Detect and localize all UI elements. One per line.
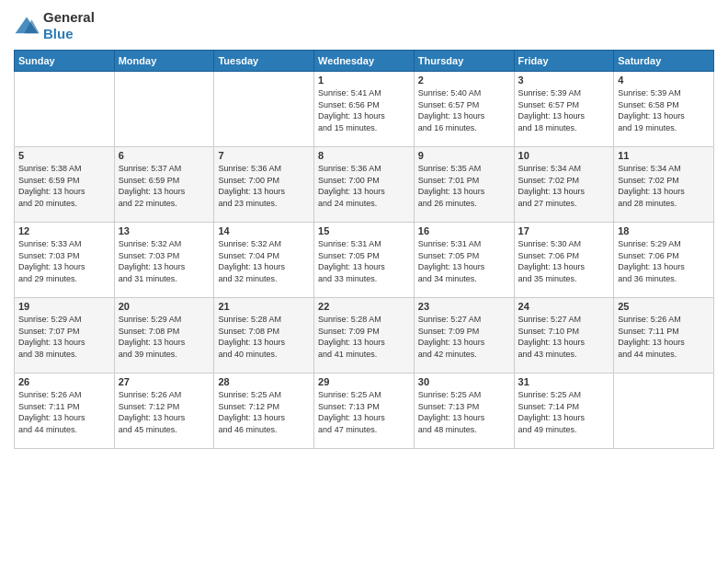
day-info: Sunrise: 5:28 AM Sunset: 7:09 PM Dayligh…	[318, 314, 410, 360]
col-monday: Monday	[114, 51, 214, 72]
calendar-cell: 21Sunrise: 5:28 AM Sunset: 7:08 PM Dayli…	[214, 298, 314, 373]
day-number: 11	[618, 150, 710, 161]
col-tuesday: Tuesday	[214, 51, 314, 72]
calendar-cell: 29Sunrise: 5:25 AM Sunset: 7:13 PM Dayli…	[314, 373, 415, 449]
day-number: 28	[218, 376, 310, 387]
calendar-cell: 20Sunrise: 5:29 AM Sunset: 7:08 PM Dayli…	[114, 298, 214, 373]
day-info: Sunrise: 5:39 AM Sunset: 6:58 PM Dayligh…	[618, 87, 710, 133]
day-number: 17	[518, 225, 610, 236]
calendar-cell: 23Sunrise: 5:27 AM Sunset: 7:09 PM Dayli…	[414, 298, 514, 373]
day-number: 29	[318, 376, 410, 387]
calendar-cell	[614, 373, 714, 449]
calendar-cell: 2Sunrise: 5:40 AM Sunset: 6:57 PM Daylig…	[414, 72, 514, 147]
day-number: 12	[18, 225, 110, 236]
day-number: 19	[18, 301, 110, 312]
day-info: Sunrise: 5:32 AM Sunset: 7:03 PM Dayligh…	[119, 238, 210, 284]
calendar-cell: 4Sunrise: 5:39 AM Sunset: 6:58 PM Daylig…	[614, 72, 714, 147]
day-info: Sunrise: 5:27 AM Sunset: 7:10 PM Dayligh…	[518, 314, 610, 360]
day-number: 26	[18, 376, 110, 387]
col-friday: Friday	[514, 51, 614, 72]
day-number: 31	[518, 376, 610, 387]
day-info: Sunrise: 5:29 AM Sunset: 7:07 PM Dayligh…	[18, 314, 110, 360]
calendar-cell: 7Sunrise: 5:36 AM Sunset: 7:00 PM Daylig…	[214, 147, 314, 223]
calendar-cell: 30Sunrise: 5:25 AM Sunset: 7:13 PM Dayli…	[414, 373, 514, 449]
day-number: 1	[318, 75, 410, 86]
header: General Blue	[14, 9, 714, 42]
day-number: 9	[418, 150, 510, 161]
day-info: Sunrise: 5:28 AM Sunset: 7:08 PM Dayligh…	[218, 314, 310, 360]
day-info: Sunrise: 5:27 AM Sunset: 7:09 PM Dayligh…	[418, 314, 510, 360]
calendar-cell: 27Sunrise: 5:26 AM Sunset: 7:12 PM Dayli…	[114, 373, 214, 449]
calendar-week-3: 12Sunrise: 5:33 AM Sunset: 7:03 PM Dayli…	[15, 223, 714, 298]
day-info: Sunrise: 5:25 AM Sunset: 7:13 PM Dayligh…	[318, 389, 410, 435]
calendar-cell	[214, 72, 314, 147]
day-info: Sunrise: 5:25 AM Sunset: 7:12 PM Dayligh…	[218, 389, 310, 435]
calendar-cell: 3Sunrise: 5:39 AM Sunset: 6:57 PM Daylig…	[514, 72, 614, 147]
calendar-week-5: 26Sunrise: 5:26 AM Sunset: 7:11 PM Dayli…	[15, 373, 714, 449]
day-info: Sunrise: 5:25 AM Sunset: 7:14 PM Dayligh…	[518, 389, 610, 435]
day-number: 30	[418, 376, 510, 387]
calendar-cell: 18Sunrise: 5:29 AM Sunset: 7:06 PM Dayli…	[614, 223, 714, 298]
calendar-cell: 16Sunrise: 5:31 AM Sunset: 7:05 PM Dayli…	[414, 223, 514, 298]
calendar-week-4: 19Sunrise: 5:29 AM Sunset: 7:07 PM Dayli…	[15, 298, 714, 373]
day-number: 3	[518, 75, 610, 86]
day-info: Sunrise: 5:26 AM Sunset: 7:11 PM Dayligh…	[618, 314, 710, 360]
day-number: 16	[418, 225, 510, 236]
col-sunday: Sunday	[15, 51, 115, 72]
calendar-cell: 31Sunrise: 5:25 AM Sunset: 7:14 PM Dayli…	[514, 373, 614, 449]
day-number: 22	[318, 301, 410, 312]
calendar-cell: 8Sunrise: 5:36 AM Sunset: 7:00 PM Daylig…	[314, 147, 415, 223]
day-number: 4	[618, 75, 710, 86]
calendar-cell: 22Sunrise: 5:28 AM Sunset: 7:09 PM Dayli…	[314, 298, 415, 373]
day-number: 13	[119, 225, 210, 236]
calendar-cell: 11Sunrise: 5:34 AM Sunset: 7:02 PM Dayli…	[614, 147, 714, 223]
calendar-cell: 13Sunrise: 5:32 AM Sunset: 7:03 PM Dayli…	[114, 223, 214, 298]
day-number: 5	[18, 150, 110, 161]
calendar-cell: 15Sunrise: 5:31 AM Sunset: 7:05 PM Dayli…	[314, 223, 415, 298]
day-info: Sunrise: 5:38 AM Sunset: 6:59 PM Dayligh…	[18, 163, 110, 209]
day-info: Sunrise: 5:36 AM Sunset: 7:00 PM Dayligh…	[218, 163, 310, 209]
logo-icon	[14, 16, 40, 36]
calendar-cell: 12Sunrise: 5:33 AM Sunset: 7:03 PM Dayli…	[15, 223, 115, 298]
calendar-cell	[114, 72, 214, 147]
col-saturday: Saturday	[614, 51, 714, 72]
col-thursday: Thursday	[414, 51, 514, 72]
calendar-cell: 1Sunrise: 5:41 AM Sunset: 6:56 PM Daylig…	[314, 72, 415, 147]
day-number: 27	[119, 376, 210, 387]
day-info: Sunrise: 5:26 AM Sunset: 7:11 PM Dayligh…	[18, 389, 110, 435]
day-info: Sunrise: 5:30 AM Sunset: 7:06 PM Dayligh…	[518, 238, 610, 284]
day-number: 6	[119, 150, 210, 161]
day-info: Sunrise: 5:37 AM Sunset: 6:59 PM Dayligh…	[119, 163, 210, 209]
day-number: 25	[618, 301, 710, 312]
calendar-cell: 17Sunrise: 5:30 AM Sunset: 7:06 PM Dayli…	[514, 223, 614, 298]
day-info: Sunrise: 5:39 AM Sunset: 6:57 PM Dayligh…	[518, 87, 610, 133]
day-info: Sunrise: 5:29 AM Sunset: 7:08 PM Dayligh…	[119, 314, 210, 360]
logo: General Blue	[14, 9, 95, 42]
day-info: Sunrise: 5:35 AM Sunset: 7:01 PM Dayligh…	[418, 163, 510, 209]
day-info: Sunrise: 5:25 AM Sunset: 7:13 PM Dayligh…	[418, 389, 510, 435]
day-info: Sunrise: 5:36 AM Sunset: 7:00 PM Dayligh…	[318, 163, 410, 209]
calendar-cell	[15, 72, 115, 147]
logo-blue: Blue	[43, 26, 74, 41]
calendar-cell: 10Sunrise: 5:34 AM Sunset: 7:02 PM Dayli…	[514, 147, 614, 223]
day-info: Sunrise: 5:41 AM Sunset: 6:56 PM Dayligh…	[318, 87, 410, 133]
day-info: Sunrise: 5:34 AM Sunset: 7:02 PM Dayligh…	[518, 163, 610, 209]
day-number: 10	[518, 150, 610, 161]
calendar-cell: 26Sunrise: 5:26 AM Sunset: 7:11 PM Dayli…	[15, 373, 115, 449]
day-number: 14	[218, 225, 310, 236]
day-number: 8	[318, 150, 410, 161]
calendar-week-1: 1Sunrise: 5:41 AM Sunset: 6:56 PM Daylig…	[15, 72, 714, 147]
day-number: 24	[518, 301, 610, 312]
day-number: 2	[418, 75, 510, 86]
calendar-week-2: 5Sunrise: 5:38 AM Sunset: 6:59 PM Daylig…	[15, 147, 714, 223]
calendar-cell: 5Sunrise: 5:38 AM Sunset: 6:59 PM Daylig…	[15, 147, 115, 223]
day-number: 18	[618, 225, 710, 236]
calendar-table: Sunday Monday Tuesday Wednesday Thursday…	[14, 50, 714, 449]
day-info: Sunrise: 5:31 AM Sunset: 7:05 PM Dayligh…	[418, 238, 510, 284]
calendar-cell: 25Sunrise: 5:26 AM Sunset: 7:11 PM Dayli…	[614, 298, 714, 373]
day-info: Sunrise: 5:33 AM Sunset: 7:03 PM Dayligh…	[18, 238, 110, 284]
calendar-cell: 19Sunrise: 5:29 AM Sunset: 7:07 PM Dayli…	[15, 298, 115, 373]
day-number: 20	[119, 301, 210, 312]
calendar-cell: 6Sunrise: 5:37 AM Sunset: 6:59 PM Daylig…	[114, 147, 214, 223]
calendar-cell: 14Sunrise: 5:32 AM Sunset: 7:04 PM Dayli…	[214, 223, 314, 298]
